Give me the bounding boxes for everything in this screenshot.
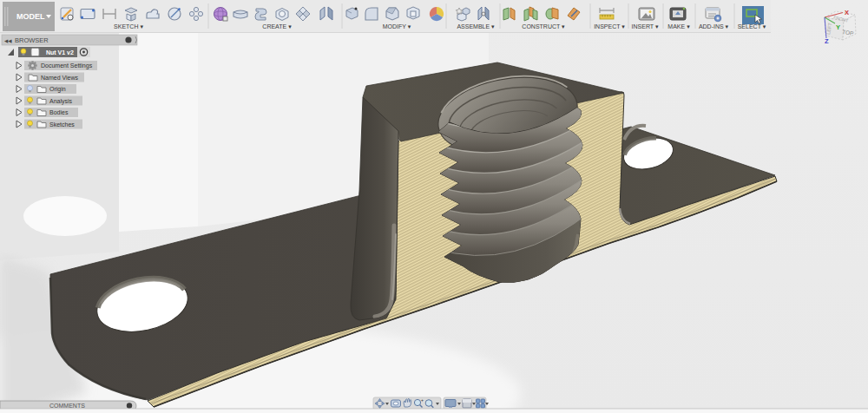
svg-text:+: + xyxy=(421,397,424,403)
svg-text:Analysis: Analysis xyxy=(49,98,73,105)
svg-text:CONSTRUCT ▾: CONSTRUCT ▾ xyxy=(522,23,565,30)
svg-text:Named Views: Named Views xyxy=(41,75,79,81)
svg-text:◀◀: ◀◀ xyxy=(4,38,12,43)
svg-text:Bodies: Bodies xyxy=(49,109,69,115)
svg-text:Document Settings: Document Settings xyxy=(41,62,93,69)
svg-text:X: X xyxy=(845,9,849,16)
svg-text:BROWSER: BROWSER xyxy=(15,36,49,44)
svg-text:Origin: Origin xyxy=(49,86,66,93)
svg-text:SKETCH ▾: SKETCH ▾ xyxy=(114,23,143,30)
svg-text:Z: Z xyxy=(825,37,829,45)
svg-text:CREATE ▾: CREATE ▾ xyxy=(262,23,292,30)
svg-text:COMMENTS: COMMENTS xyxy=(49,403,85,409)
svg-text:ASSEMBLE ▾: ASSEMBLE ▾ xyxy=(457,23,495,30)
svg-text:INSPECT ▾: INSPECT ▾ xyxy=(594,23,625,30)
svg-text:INSERT ▾: INSERT ▾ xyxy=(632,23,659,30)
svg-text:SELECT ▾: SELECT ▾ xyxy=(738,23,766,30)
svg-text:Y: Y xyxy=(836,23,840,31)
svg-text:MODIFY ▾: MODIFY ▾ xyxy=(383,23,411,30)
svg-text:MAKE ▾: MAKE ▾ xyxy=(667,23,690,30)
svg-text:ADD-INS ▾: ADD-INS ▾ xyxy=(699,23,729,30)
svg-text:Nut V1 v2: Nut V1 v2 xyxy=(46,49,74,56)
svg-text:Sketches: Sketches xyxy=(49,121,75,128)
svg-text:MODEL: MODEL xyxy=(16,12,45,21)
